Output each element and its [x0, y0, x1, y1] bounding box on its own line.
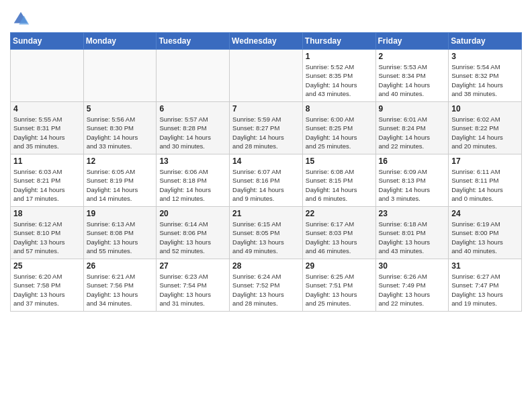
day-number: 22 — [306, 209, 373, 218]
day-info: Sunrise: 5:55 AM Sunset: 8:31 PM Dayligh… — [13, 115, 81, 150]
day-info: Sunrise: 6:05 AM Sunset: 8:19 PM Dayligh… — [87, 167, 154, 203]
day-number: 5 — [87, 104, 154, 113]
day-number: 16 — [379, 156, 446, 166]
calendar-week-3: 11Sunrise: 6:03 AM Sunset: 8:21 PM Dayli… — [11, 154, 522, 207]
day-info: Sunrise: 6:23 AM Sunset: 7:54 PM Dayligh… — [159, 272, 226, 308]
day-info: Sunrise: 6:08 AM Sunset: 8:15 PM Dayligh… — [306, 167, 373, 203]
day-info: Sunrise: 6:13 AM Sunset: 8:08 PM Dayligh… — [87, 220, 154, 255]
day-info: Sunrise: 6:14 AM Sunset: 8:06 PM Dayligh… — [159, 220, 226, 255]
day-number: 6 — [159, 104, 226, 113]
day-info: Sunrise: 5:57 AM Sunset: 8:28 PM Dayligh… — [159, 115, 226, 150]
calendar-cell: 18Sunrise: 6:12 AM Sunset: 8:10 PM Dayli… — [11, 207, 84, 259]
calendar-header-row: SundayMondayTuesdayWednesdayThursdayFrid… — [11, 33, 522, 50]
day-info: Sunrise: 5:52 AM Sunset: 8:35 PM Dayligh… — [306, 62, 373, 98]
day-info: Sunrise: 6:15 AM Sunset: 8:05 PM Dayligh… — [232, 220, 300, 255]
calendar-header-sunday: Sunday — [11, 33, 84, 50]
calendar-header-tuesday: Tuesday — [157, 33, 230, 50]
calendar-cell: 2Sunrise: 5:53 AM Sunset: 8:34 PM Daylig… — [375, 50, 449, 102]
calendar: SundayMondayTuesdayWednesdayThursdayFrid… — [10, 32, 522, 312]
day-number: 7 — [232, 104, 300, 113]
calendar-cell: 21Sunrise: 6:15 AM Sunset: 8:05 PM Dayli… — [230, 207, 303, 259]
day-info: Sunrise: 6:06 AM Sunset: 8:18 PM Dayligh… — [159, 167, 226, 203]
calendar-cell: 7Sunrise: 5:59 AM Sunset: 8:27 PM Daylig… — [230, 102, 303, 154]
day-info: Sunrise: 6:03 AM Sunset: 8:21 PM Dayligh… — [13, 167, 81, 203]
day-number: 13 — [159, 156, 226, 166]
calendar-cell: 31Sunrise: 6:27 AM Sunset: 7:47 PM Dayli… — [449, 259, 522, 312]
logo-icon — [11, 9, 30, 28]
day-number: 26 — [87, 261, 154, 271]
day-info: Sunrise: 6:19 AM Sunset: 8:00 PM Dayligh… — [451, 220, 519, 255]
day-info: Sunrise: 6:25 AM Sunset: 7:51 PM Dayligh… — [306, 272, 373, 308]
day-info: Sunrise: 6:11 AM Sunset: 8:11 PM Dayligh… — [451, 167, 519, 203]
day-number: 4 — [13, 104, 81, 113]
calendar-cell: 5Sunrise: 5:56 AM Sunset: 8:30 PM Daylig… — [83, 102, 157, 154]
calendar-cell: 24Sunrise: 6:19 AM Sunset: 8:00 PM Dayli… — [449, 207, 522, 259]
calendar-cell — [230, 50, 303, 102]
calendar-header-thursday: Thursday — [302, 33, 375, 50]
day-number: 17 — [451, 156, 519, 166]
day-info: Sunrise: 6:00 AM Sunset: 8:25 PM Dayligh… — [306, 115, 373, 150]
day-info: Sunrise: 5:56 AM Sunset: 8:30 PM Dayligh… — [87, 115, 154, 150]
day-info: Sunrise: 6:24 AM Sunset: 7:52 PM Dayligh… — [232, 272, 300, 308]
day-number: 23 — [379, 209, 446, 218]
day-number: 19 — [87, 209, 154, 218]
calendar-cell: 6Sunrise: 5:57 AM Sunset: 8:28 PM Daylig… — [157, 102, 230, 154]
calendar-cell: 11Sunrise: 6:03 AM Sunset: 8:21 PM Dayli… — [11, 154, 84, 207]
header — [10, 7, 522, 28]
day-number: 25 — [13, 261, 81, 271]
day-info: Sunrise: 6:02 AM Sunset: 8:22 PM Dayligh… — [451, 115, 519, 150]
day-number: 14 — [232, 156, 300, 166]
calendar-week-1: 1Sunrise: 5:52 AM Sunset: 8:35 PM Daylig… — [11, 50, 522, 102]
calendar-cell: 14Sunrise: 6:07 AM Sunset: 8:16 PM Dayli… — [230, 154, 303, 207]
day-number: 10 — [451, 104, 519, 113]
calendar-cell: 8Sunrise: 6:00 AM Sunset: 8:25 PM Daylig… — [302, 102, 375, 154]
calendar-header-saturday: Saturday — [449, 33, 522, 50]
calendar-cell: 26Sunrise: 6:21 AM Sunset: 7:56 PM Dayli… — [83, 259, 157, 312]
day-number: 20 — [159, 209, 226, 218]
day-number: 31 — [451, 261, 519, 271]
calendar-cell: 20Sunrise: 6:14 AM Sunset: 8:06 PM Dayli… — [157, 207, 230, 259]
day-number: 15 — [306, 156, 373, 166]
day-info: Sunrise: 5:53 AM Sunset: 8:34 PM Dayligh… — [379, 62, 446, 98]
day-info: Sunrise: 6:17 AM Sunset: 8:03 PM Dayligh… — [306, 220, 373, 255]
day-number: 3 — [451, 52, 519, 61]
day-info: Sunrise: 6:21 AM Sunset: 7:56 PM Dayligh… — [87, 272, 154, 308]
calendar-cell: 22Sunrise: 6:17 AM Sunset: 8:03 PM Dayli… — [302, 207, 375, 259]
calendar-cell: 12Sunrise: 6:05 AM Sunset: 8:19 PM Dayli… — [83, 154, 157, 207]
calendar-cell: 27Sunrise: 6:23 AM Sunset: 7:54 PM Dayli… — [157, 259, 230, 312]
calendar-cell — [83, 50, 157, 102]
calendar-cell — [157, 50, 230, 102]
calendar-cell: 28Sunrise: 6:24 AM Sunset: 7:52 PM Dayli… — [230, 259, 303, 312]
calendar-cell: 1Sunrise: 5:52 AM Sunset: 8:35 PM Daylig… — [302, 50, 375, 102]
calendar-cell — [11, 50, 84, 102]
calendar-header-monday: Monday — [83, 33, 157, 50]
page-container: SundayMondayTuesdayWednesdayThursdayFrid… — [0, 0, 532, 411]
day-info: Sunrise: 5:59 AM Sunset: 8:27 PM Dayligh… — [232, 115, 300, 150]
calendar-cell: 30Sunrise: 6:26 AM Sunset: 7:49 PM Dayli… — [375, 259, 449, 312]
day-number: 9 — [379, 104, 446, 113]
day-number: 11 — [13, 156, 81, 166]
calendar-header-wednesday: Wednesday — [230, 33, 303, 50]
day-info: Sunrise: 6:09 AM Sunset: 8:13 PM Dayligh… — [379, 167, 446, 203]
day-number: 12 — [87, 156, 154, 166]
day-info: Sunrise: 6:27 AM Sunset: 7:47 PM Dayligh… — [451, 272, 519, 308]
calendar-cell: 3Sunrise: 5:54 AM Sunset: 8:32 PM Daylig… — [449, 50, 522, 102]
day-number: 8 — [306, 104, 373, 113]
calendar-cell: 10Sunrise: 6:02 AM Sunset: 8:22 PM Dayli… — [449, 102, 522, 154]
calendar-cell: 9Sunrise: 6:01 AM Sunset: 8:24 PM Daylig… — [375, 102, 449, 154]
calendar-cell: 4Sunrise: 5:55 AM Sunset: 8:31 PM Daylig… — [11, 102, 84, 154]
calendar-week-2: 4Sunrise: 5:55 AM Sunset: 8:31 PM Daylig… — [11, 102, 522, 154]
day-number: 28 — [232, 261, 300, 271]
calendar-week-5: 25Sunrise: 6:20 AM Sunset: 7:58 PM Dayli… — [11, 259, 522, 312]
day-info: Sunrise: 6:12 AM Sunset: 8:10 PM Dayligh… — [13, 220, 81, 255]
logo — [10, 9, 32, 28]
calendar-cell: 25Sunrise: 6:20 AM Sunset: 7:58 PM Dayli… — [11, 259, 84, 312]
day-number: 18 — [13, 209, 81, 218]
day-number: 30 — [379, 261, 446, 271]
calendar-cell: 17Sunrise: 6:11 AM Sunset: 8:11 PM Dayli… — [449, 154, 522, 207]
calendar-cell: 19Sunrise: 6:13 AM Sunset: 8:08 PM Dayli… — [83, 207, 157, 259]
day-info: Sunrise: 6:26 AM Sunset: 7:49 PM Dayligh… — [379, 272, 446, 308]
day-info: Sunrise: 6:07 AM Sunset: 8:16 PM Dayligh… — [232, 167, 300, 203]
calendar-cell: 13Sunrise: 6:06 AM Sunset: 8:18 PM Dayli… — [157, 154, 230, 207]
calendar-week-4: 18Sunrise: 6:12 AM Sunset: 8:10 PM Dayli… — [11, 207, 522, 259]
